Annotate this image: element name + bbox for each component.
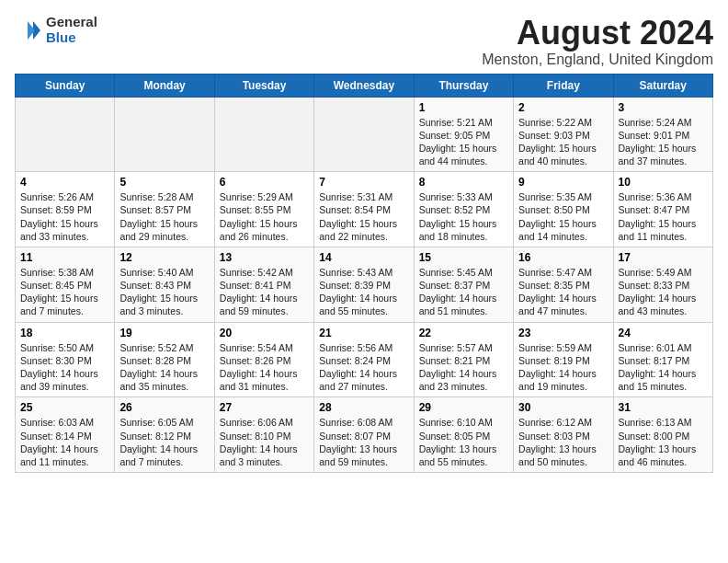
logo-general-text: General [46,15,97,30]
day-number: 17 [619,251,708,264]
weekday-header-saturday: Saturday [613,74,712,97]
calendar-cell: 10Sunrise: 5:36 AMSunset: 8:47 PMDayligh… [613,172,712,247]
page-subtitle: Menston, England, United Kingdom [482,52,713,68]
calendar-cell: 3Sunrise: 5:24 AMSunset: 9:01 PMDaylight… [613,97,712,172]
calendar-cell: 25Sunrise: 6:03 AMSunset: 8:14 PMDayligh… [16,397,115,473]
day-number: 21 [319,327,408,339]
calendar-week-3: 11Sunrise: 5:38 AMSunset: 8:45 PMDayligh… [16,247,713,322]
calendar-cell: 18Sunrise: 5:50 AMSunset: 8:30 PMDayligh… [16,322,115,397]
day-detail: Sunrise: 6:01 AMSunset: 8:17 PMDaylight:… [619,341,708,394]
calendar-cell [115,97,214,172]
calendar-cell: 11Sunrise: 5:38 AMSunset: 8:45 PMDayligh… [16,247,115,322]
day-detail: Sunrise: 6:13 AMSunset: 8:00 PMDaylight:… [619,416,708,468]
day-number: 28 [319,401,408,414]
day-detail: Sunrise: 5:24 AMSunset: 9:01 PMDaylight:… [619,116,708,168]
day-number: 27 [220,401,309,414]
calendar-cell: 23Sunrise: 5:59 AMSunset: 8:19 PMDayligh… [514,322,613,397]
day-detail: Sunrise: 5:56 AMSunset: 8:24 PMDaylight:… [319,341,408,394]
calendar-body: 1Sunrise: 5:21 AMSunset: 9:05 PMDaylight… [16,97,713,472]
day-number: 30 [518,401,608,414]
calendar-cell: 27Sunrise: 6:06 AMSunset: 8:10 PMDayligh… [214,397,313,473]
calendar-cell [314,97,414,172]
day-detail: Sunrise: 5:40 AMSunset: 8:43 PMDaylight:… [119,266,209,318]
calendar-cell: 8Sunrise: 5:33 AMSunset: 8:52 PMDaylight… [414,172,513,247]
day-number: 23 [518,327,608,339]
day-detail: Sunrise: 6:03 AMSunset: 8:14 PMDaylight:… [20,416,109,468]
day-number: 19 [119,327,209,339]
day-detail: Sunrise: 5:33 AMSunset: 8:52 PMDaylight:… [419,190,508,243]
day-number: 9 [518,176,608,189]
day-detail: Sunrise: 6:08 AMSunset: 8:07 PMDaylight:… [319,416,408,468]
calendar-cell: 16Sunrise: 5:47 AMSunset: 8:35 PMDayligh… [514,247,613,322]
day-number: 5 [119,176,209,189]
day-detail: Sunrise: 5:21 AMSunset: 9:05 PMDaylight:… [419,116,508,168]
day-number: 4 [20,176,109,189]
day-number: 2 [518,101,608,114]
day-number: 3 [619,101,708,114]
day-detail: Sunrise: 5:54 AMSunset: 8:26 PMDaylight:… [220,341,309,394]
weekday-header-wednesday: Wednesday [314,74,414,97]
calendar-cell: 24Sunrise: 6:01 AMSunset: 8:17 PMDayligh… [613,322,712,397]
day-number: 29 [419,401,508,414]
day-detail: Sunrise: 5:47 AMSunset: 8:35 PMDaylight:… [518,266,608,318]
calendar-cell: 13Sunrise: 5:42 AMSunset: 8:41 PMDayligh… [214,247,313,322]
page-title: August 2024 [482,15,713,52]
day-detail: Sunrise: 5:42 AMSunset: 8:41 PMDaylight:… [220,266,309,318]
calendar-cell: 19Sunrise: 5:52 AMSunset: 8:28 PMDayligh… [115,322,214,397]
calendar-cell: 5Sunrise: 5:28 AMSunset: 8:57 PMDaylight… [115,172,214,247]
calendar-cell: 30Sunrise: 6:12 AMSunset: 8:03 PMDayligh… [514,397,613,473]
day-number: 10 [619,176,708,189]
day-number: 7 [319,176,408,189]
day-number: 22 [419,327,508,339]
logo-icon [15,17,40,43]
calendar-cell: 22Sunrise: 5:57 AMSunset: 8:21 PMDayligh… [414,322,513,397]
day-detail: Sunrise: 6:10 AMSunset: 8:05 PMDaylight:… [419,416,508,468]
day-number: 24 [619,327,708,339]
day-detail: Sunrise: 5:36 AMSunset: 8:47 PMDaylight:… [619,190,708,243]
day-number: 20 [220,327,309,339]
day-detail: Sunrise: 5:43 AMSunset: 8:39 PMDaylight:… [319,266,408,318]
day-detail: Sunrise: 6:12 AMSunset: 8:03 PMDaylight:… [518,416,608,468]
day-number: 11 [20,251,109,264]
day-number: 12 [119,251,209,264]
weekday-header-sunday: Sunday [16,74,115,97]
day-detail: Sunrise: 5:45 AMSunset: 8:37 PMDaylight:… [419,266,508,318]
day-detail: Sunrise: 5:29 AMSunset: 8:55 PMDaylight:… [220,190,309,243]
logo: General Blue [15,15,97,45]
day-detail: Sunrise: 5:28 AMSunset: 8:57 PMDaylight:… [119,190,209,243]
calendar-cell: 14Sunrise: 5:43 AMSunset: 8:39 PMDayligh… [314,247,414,322]
calendar-week-5: 25Sunrise: 6:03 AMSunset: 8:14 PMDayligh… [16,397,713,473]
day-detail: Sunrise: 5:52 AMSunset: 8:28 PMDaylight:… [119,341,209,394]
day-detail: Sunrise: 5:26 AMSunset: 8:59 PMDaylight:… [20,190,109,243]
day-number: 6 [220,176,309,189]
day-number: 15 [419,251,508,264]
calendar-cell: 4Sunrise: 5:26 AMSunset: 8:59 PMDaylight… [16,172,115,247]
calendar-cell: 26Sunrise: 6:05 AMSunset: 8:12 PMDayligh… [115,397,214,473]
calendar-cell: 20Sunrise: 5:54 AMSunset: 8:26 PMDayligh… [214,322,313,397]
day-number: 31 [619,401,708,414]
logo-text: General Blue [46,15,97,45]
calendar-cell: 7Sunrise: 5:31 AMSunset: 8:54 PMDaylight… [314,172,414,247]
calendar-table: SundayMondayTuesdayWednesdayThursdayFrid… [15,74,713,473]
day-number: 1 [419,101,508,114]
calendar-cell: 17Sunrise: 5:49 AMSunset: 8:33 PMDayligh… [613,247,712,322]
day-number: 25 [20,401,109,414]
day-number: 13 [220,251,309,264]
day-number: 14 [319,251,408,264]
weekday-header-monday: Monday [115,74,214,97]
weekday-header-friday: Friday [514,74,613,97]
weekday-header-tuesday: Tuesday [214,74,313,97]
day-detail: Sunrise: 5:22 AMSunset: 9:03 PMDaylight:… [518,116,608,168]
day-detail: Sunrise: 5:50 AMSunset: 8:30 PMDaylight:… [20,341,109,394]
calendar-cell: 9Sunrise: 5:35 AMSunset: 8:50 PMDaylight… [514,172,613,247]
calendar-week-4: 18Sunrise: 5:50 AMSunset: 8:30 PMDayligh… [16,322,713,397]
logo-blue-text: Blue [46,30,97,46]
day-detail: Sunrise: 5:59 AMSunset: 8:19 PMDaylight:… [518,341,608,394]
calendar-cell: 21Sunrise: 5:56 AMSunset: 8:24 PMDayligh… [314,322,414,397]
day-detail: Sunrise: 6:06 AMSunset: 8:10 PMDaylight:… [220,416,309,468]
title-block: August 2024 Menston, England, United Kin… [482,15,713,68]
day-number: 8 [419,176,508,189]
day-detail: Sunrise: 5:35 AMSunset: 8:50 PMDaylight:… [518,190,608,243]
calendar-cell: 6Sunrise: 5:29 AMSunset: 8:55 PMDaylight… [214,172,313,247]
calendar-cell: 1Sunrise: 5:21 AMSunset: 9:05 PMDaylight… [414,97,513,172]
